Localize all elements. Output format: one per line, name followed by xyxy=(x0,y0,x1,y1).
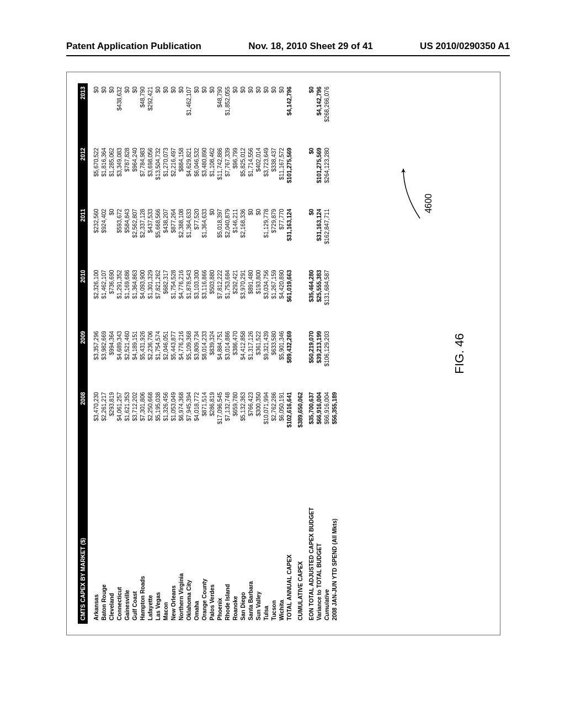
table-row: Lafayette$2,250,668$2,236,706$1,301,329$… xyxy=(146,83,154,624)
year-col: 2008 xyxy=(78,389,88,450)
row-label: Lafayette xyxy=(146,450,154,624)
cell: $633,580 xyxy=(270,328,278,389)
capex-table: CMTS CAPEX BY MARKET ($) 2008 2009 2010 … xyxy=(78,83,338,624)
table-row: Orange County$871,514$8,014,233$3,116,86… xyxy=(200,83,208,624)
cell: $4,776,216 xyxy=(177,266,185,328)
row-label: 2008 JAN-JUN YTD SPEND (All Mkts) xyxy=(331,450,338,624)
cell: $0 xyxy=(262,83,270,144)
cell: $1,326,456 xyxy=(162,389,169,450)
cell: $6,046,532 xyxy=(193,144,200,206)
cell: $11,167,572 xyxy=(278,144,285,206)
row-label: Phoenix xyxy=(216,450,223,624)
cell: $0 xyxy=(270,83,278,144)
table-row: Macon$1,326,456$2,046,051$682,317$438,20… xyxy=(162,83,169,624)
cell: $4,061,257 xyxy=(115,389,123,450)
cell: $146,211 xyxy=(231,206,239,267)
cell: $3,349,083 xyxy=(115,144,123,206)
cell: $7,301,806 xyxy=(138,389,146,450)
cell xyxy=(331,266,338,328)
cell xyxy=(331,144,338,206)
row-label: Sun Valley xyxy=(254,450,262,624)
row-label: Las Vegas xyxy=(154,450,162,624)
cell: $1,169,686 xyxy=(123,266,131,328)
cell: $3,712,202 xyxy=(131,389,138,450)
header-left: Patent Application Publication xyxy=(66,41,201,52)
cell: $2,236,706 xyxy=(146,328,154,389)
table-row: Omaha$4,018,772$3,809,734$3,103,300$77,5… xyxy=(193,83,200,624)
cell: $1,317,126 xyxy=(247,328,254,389)
cell: $0 xyxy=(92,83,100,144)
cell: $1,129,778 xyxy=(262,206,270,267)
cell: $25,555,383 xyxy=(315,266,323,328)
cell: $4,142,796 xyxy=(315,83,323,144)
table-row: Palos Verdes$286,819$839,324$503,880$0$1… xyxy=(208,83,216,624)
table-row: Wichita$6,050,191$5,901,346$4,420,890$77… xyxy=(278,83,285,624)
cell: $48,790 xyxy=(216,83,223,144)
cell: $2,562,807 xyxy=(131,206,138,267)
cell: $5,431,926 xyxy=(138,328,146,389)
cell: $11,742,886 xyxy=(216,144,223,206)
cell: $361,522 xyxy=(254,328,262,389)
cell: $0 xyxy=(193,83,200,144)
cell: $1,267,159 xyxy=(270,266,278,328)
cell: $31,163,124 xyxy=(285,206,293,267)
row-label: Omaha xyxy=(193,450,200,624)
cell: $5,443,877 xyxy=(169,328,177,389)
cell: $0 xyxy=(254,83,262,144)
year-col: 2012 xyxy=(78,144,88,206)
cell xyxy=(296,83,304,144)
cell: $0 xyxy=(169,83,177,144)
cell: $438,632 xyxy=(115,83,123,144)
cell: $2,337,128 xyxy=(138,206,146,267)
cell: $3,116,866 xyxy=(200,266,208,328)
cell: $1,852,055 xyxy=(223,83,231,144)
figure-content: CMTS CAPEX BY MARKET ($) 2008 2009 2010 … xyxy=(67,72,500,635)
cell: $1,108,462 xyxy=(208,144,216,206)
cell: $1,754,528 xyxy=(169,266,177,328)
cell: $106,129,203 xyxy=(323,328,331,389)
year-col: 2009 xyxy=(78,328,88,389)
cell: $7,767,339 xyxy=(223,144,231,206)
cell xyxy=(296,206,304,267)
leader-arrow-icon xyxy=(401,166,423,221)
table-row: San Diego$5,132,363$4,412,858$3,970,291$… xyxy=(239,83,247,624)
row-label: TOTAL ANNUAL CAPEX xyxy=(285,450,293,624)
table-row: Gainesville$1,621,353$2,521,460$1,169,68… xyxy=(123,83,131,624)
cell: $1,301,329 xyxy=(146,266,154,328)
cell: $9,321,439 xyxy=(262,328,270,389)
cell: $0 xyxy=(108,206,115,267)
header-center: Nov. 18, 2010 Sheet 29 of 41 xyxy=(248,41,373,52)
table-row: Tucson$2,762,286$633,580$1,267,159$729,8… xyxy=(270,83,278,624)
cell: $3,809,734 xyxy=(193,328,200,389)
cell: $101,275,569 xyxy=(285,144,293,206)
cell: $0 xyxy=(254,206,262,267)
cell: $5,825,012 xyxy=(239,144,247,206)
row-label: Northern Virginia xyxy=(177,450,185,624)
cell: $0 xyxy=(200,83,208,144)
cell: $1,364,633 xyxy=(200,206,208,267)
table-row: Oklahoma City$7,945,394$5,109,368$1,878,… xyxy=(185,83,193,624)
cell: $389,650,062 xyxy=(296,389,304,450)
cell: $438,207 xyxy=(162,206,169,267)
cell: $4,142,796 xyxy=(285,83,293,144)
cell: $3,698,056 xyxy=(146,144,154,206)
table-row: Cumulative$66,916,004$106,129,203$131,68… xyxy=(323,83,331,624)
cell: $7,945,394 xyxy=(185,389,193,450)
cell: $0 xyxy=(239,83,247,144)
cell: $292,421 xyxy=(146,83,154,144)
cell: $994,364 xyxy=(108,328,115,389)
cell: $0 xyxy=(123,83,131,144)
cell: $871,514 xyxy=(200,389,208,450)
table-row: Gulf Coast$3,712,202$4,189,151$1,364,863… xyxy=(131,83,138,624)
cell xyxy=(331,328,338,389)
row-label: Cumulative xyxy=(323,450,331,624)
cell: $6,974,368 xyxy=(177,389,185,450)
cell: $338,437 xyxy=(270,144,278,206)
cell: $1,754,574 xyxy=(154,328,162,389)
cell: $0 xyxy=(278,83,285,144)
cell: $232,560 xyxy=(92,206,100,267)
row-label: Wichita xyxy=(278,450,285,624)
cell: $787,828 xyxy=(123,144,131,206)
cell: $584,843 xyxy=(123,206,131,267)
cell: $0 xyxy=(247,83,254,144)
